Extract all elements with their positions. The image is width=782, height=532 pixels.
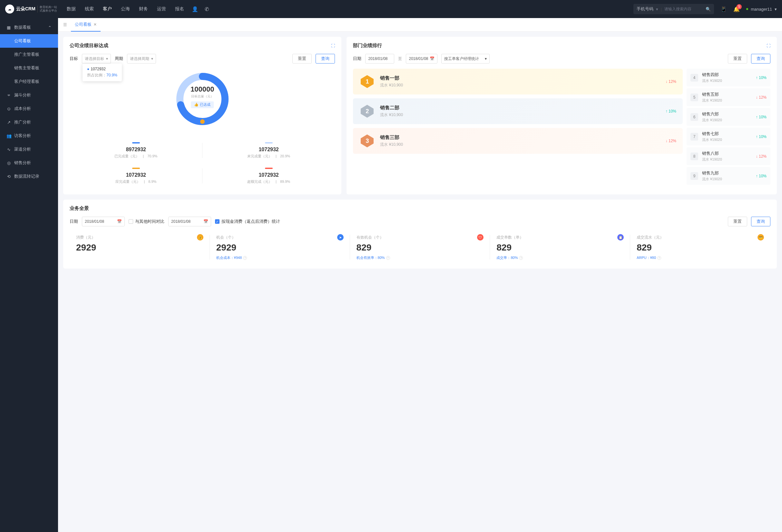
query-button[interactable]: 查询	[316, 54, 335, 64]
sidebar-item[interactable]: 客户经理看板	[0, 75, 58, 88]
header: ☁ 云朵CRM 教育机构一站 式服务云平台 数据线索客户公海财务运营报名 👤 ✆…	[0, 0, 782, 18]
rank-card[interactable]: 2销售二部流水 ¥10,900↑ 10%	[353, 98, 683, 124]
stat-item: 1072932应完成量（元） | 8.9%	[70, 163, 203, 189]
calendar-icon: 📅	[117, 219, 122, 224]
nav-item[interactable]: 运营	[157, 6, 166, 12]
sidebar: ▦数据看板 ⌃ 公司看板推广主管看板销售主管看板客户经理看板 ⫧漏斗分析⊙成本分…	[0, 18, 58, 532]
menu-icon: ⊙	[6, 106, 11, 111]
sidebar-item[interactable]: ⊙成本分析	[0, 102, 58, 115]
logo-brand: 云朵CRM	[16, 6, 35, 12]
rank-item[interactable]: 8销售八部流水 ¥19020↓ 12%	[686, 147, 771, 165]
checkbox-cash[interactable]: ✓按现金消费（返点后消费）统计	[215, 219, 280, 224]
rank-item[interactable]: 4销售四部流水 ¥19020↑ 10%	[686, 69, 771, 86]
medal-icon: 2	[359, 104, 375, 119]
menu-icon: 👥	[6, 134, 11, 138]
nav-item[interactable]: 线索	[85, 6, 94, 12]
sidebar-item[interactable]: ⫧漏斗分析	[0, 88, 58, 102]
select-target[interactable]: 请选择目标▾	[82, 54, 111, 64]
status-dot	[746, 8, 748, 10]
nav-item[interactable]: 财务	[139, 6, 148, 12]
kpi-item: 有效机会（个）🛡829机会有效率：80% ?	[350, 232, 490, 263]
card-biz: 业务全景 日期 2018/01/08📅 与其他时间对比 2018/01/08📅 …	[63, 200, 777, 269]
kpi-icon: 🛡	[477, 234, 484, 241]
donut-value: 100000	[190, 85, 214, 94]
kpi-item: 成交单数（单）📋829成交率：80% ?	[490, 232, 630, 263]
logo-subtitle: 教育机构一站 式服务云平台	[37, 5, 57, 12]
search-type-select[interactable]: 手机号码	[637, 6, 653, 12]
notification-icon[interactable]: 🔔5	[733, 6, 740, 12]
select-period[interactable]: 请选择周期▾	[127, 54, 156, 64]
expand-icon[interactable]: ⛶	[767, 43, 771, 48]
menu-icon: ⫧	[6, 93, 11, 98]
stat-item: 8972932已完成量（元） | 70.9%	[70, 138, 203, 163]
card-rank: 部门业绩排行 ⛶ 日期 2018/01/08 至 2018/01/08📅 按工单…	[347, 37, 777, 194]
help-icon[interactable]: ?	[386, 256, 390, 260]
search-box: 手机号码 ▾ | 🔍	[633, 4, 714, 14]
rank-item[interactable]: 7销售七部流水 ¥19020↑ 10%	[686, 128, 771, 145]
rank-card[interactable]: 1销售一部流水 ¥10,900↓ 12%	[353, 69, 683, 95]
help-icon[interactable]: ?	[657, 256, 661, 260]
logo[interactable]: ☁ 云朵CRM 教育机构一站 式服务云平台	[5, 4, 57, 13]
expand-icon[interactable]: ⛶	[331, 43, 335, 48]
chevron-down-icon: ▾	[106, 57, 108, 61]
device-icon[interactable]: 📱	[720, 6, 727, 12]
nav-item[interactable]: 报名	[175, 6, 184, 12]
select-statby[interactable]: 按工单客户经理统计▾	[441, 54, 490, 64]
calendar-icon: 📅	[430, 57, 434, 61]
date-input-1[interactable]: 2018/01/08📅	[82, 217, 125, 226]
help-icon[interactable]: ?	[243, 256, 247, 260]
user-menu[interactable]: manager11 ▾	[746, 7, 777, 11]
phone-icon[interactable]: ✆	[205, 6, 209, 12]
nav-item[interactable]: 公海	[121, 6, 130, 12]
date-input-2[interactable]: 2018/01/08📅	[168, 217, 211, 226]
sidebar-item[interactable]: 👥访客分析	[0, 129, 58, 143]
rank-card[interactable]: 3销售三部流水 ¥10,900↓ 12%	[353, 128, 683, 154]
nav-item[interactable]: 客户	[103, 6, 112, 12]
stat-item: 1072932未完成量（元） | 20.9%	[203, 138, 335, 163]
close-icon[interactable]: ✕	[94, 22, 97, 27]
sidebar-item[interactable]: ∿渠道分析	[0, 143, 58, 156]
reset-button[interactable]: 重置	[728, 54, 747, 64]
reset-button[interactable]: 重置	[728, 217, 747, 226]
date-to[interactable]: 2018/01/08📅	[406, 54, 437, 64]
search-icon[interactable]: 🔍	[706, 7, 711, 11]
help-icon[interactable]: ?	[519, 256, 523, 260]
stat-item: 1072932超额完成（元） | 89.9%	[203, 163, 335, 189]
rank-item[interactable]: 5销售五部流水 ¥19020↓ 12%	[686, 88, 771, 106]
sidebar-item[interactable]: 公司看板	[0, 34, 58, 48]
sidebar-item[interactable]: 销售主管看板	[0, 61, 58, 75]
query-button[interactable]: 查询	[751, 217, 771, 226]
kpi-icon: ➤	[337, 234, 344, 241]
label-period: 周期	[115, 56, 123, 62]
label-date: 日期	[70, 219, 78, 224]
tab-company-board[interactable]: 公司看板 ✕	[71, 18, 101, 32]
rank-item[interactable]: 6销售六部流水 ¥19020↑ 10%	[686, 108, 771, 126]
search-input[interactable]	[664, 7, 703, 11]
sidebar-group-dashboard[interactable]: ▦数据看板 ⌃	[0, 21, 58, 34]
achieved-badge: 👍已达成	[191, 101, 214, 108]
kpi-item: 消费（元）💰2929	[70, 232, 210, 263]
nav-item[interactable]: 数据	[67, 6, 76, 12]
sidebar-item[interactable]: ↗推广分析	[0, 115, 58, 129]
user-icon[interactable]: 👤	[192, 6, 198, 12]
sidebar-item[interactable]: ⟲数据流转记录	[0, 170, 58, 183]
thumb-icon: 👍	[194, 103, 199, 107]
sidebar-item[interactable]: ◎销售分析	[0, 156, 58, 170]
menu-icon: ◎	[6, 161, 11, 166]
label-target: 目标	[70, 56, 78, 62]
date-from[interactable]: 2018/01/08	[365, 54, 394, 64]
menu-icon: ↗	[6, 120, 11, 125]
query-button[interactable]: 查询	[751, 54, 771, 64]
checkbox-compare[interactable]: 与其他时间对比	[129, 219, 165, 224]
card-title: 业务全景	[70, 205, 89, 212]
tabs: ☰ 公司看板 ✕	[58, 18, 782, 32]
chevron-down-icon: ▾	[775, 7, 777, 11]
menu-icon: ∿	[6, 147, 11, 152]
kpi-item: 机会（个）➤2929机会成本：¥948 ?	[210, 232, 350, 263]
chevron-down-icon: ▾	[485, 57, 487, 61]
reset-button[interactable]: 重置	[292, 54, 312, 64]
rank-item[interactable]: 9销售九部流水 ¥19020↑ 10%	[686, 167, 771, 185]
sidebar-item[interactable]: 推广主管看板	[0, 48, 58, 61]
collapse-icon[interactable]: ☰	[62, 21, 68, 28]
menu-icon: ⟲	[6, 174, 11, 179]
